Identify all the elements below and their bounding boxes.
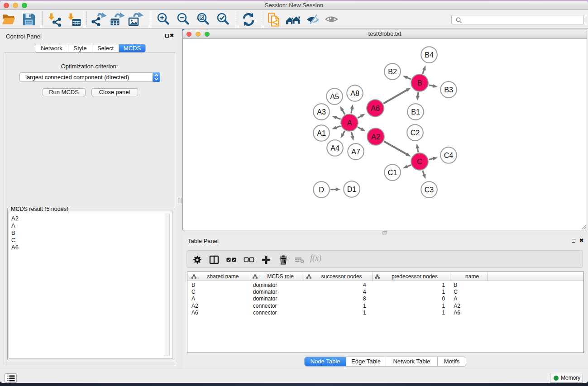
svg-text:A8: A8 [350, 90, 359, 97]
svg-text:A1: A1 [317, 129, 326, 137]
svg-text:C: C [417, 158, 422, 166]
svg-text:A6: A6 [371, 105, 380, 112]
svg-text:C3: C3 [425, 186, 434, 194]
svg-text:C4: C4 [444, 152, 454, 159]
svg-text:B2: B2 [388, 68, 397, 76]
svg-text:B1: B1 [411, 108, 420, 116]
svg-text:B: B [417, 79, 422, 87]
svg-text:A: A [347, 119, 352, 127]
svg-text:A3: A3 [317, 108, 326, 116]
svg-text:D1: D1 [347, 186, 357, 193]
svg-text:A2: A2 [371, 133, 380, 141]
svg-text:B4: B4 [425, 51, 434, 59]
svg-text:A5: A5 [330, 93, 339, 100]
svg-text:A4: A4 [330, 144, 339, 152]
svg-text:D: D [319, 186, 324, 194]
svg-text:C1: C1 [388, 169, 397, 176]
svg-text:C2: C2 [411, 129, 420, 137]
svg-text:A7: A7 [351, 148, 360, 156]
svg-text:B3: B3 [444, 86, 453, 94]
